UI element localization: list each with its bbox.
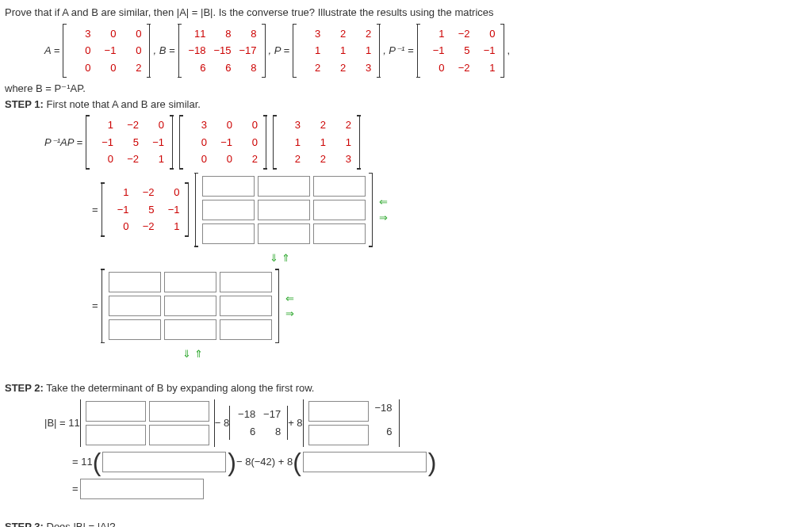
m2-r1c3[interactable] [220,272,272,292]
m1-r3c3[interactable] [313,223,366,244]
pap-row: P⁻¹AP = 1−20 −15−1 0−21 300 0−10 002 322… [5,115,807,170]
intermediate-2: = ⇐⇒ [5,269,807,343]
m2-r1c2[interactable] [164,272,216,292]
m1-r1c1[interactable] [202,176,255,197]
m1-r3c2[interactable] [258,223,310,244]
m2-r2c1[interactable] [109,296,161,316]
col-arrows-1[interactable]: ⇓ ⇑ [270,250,290,266]
det-line2: = 11() − 8(−42) + 8() [5,450,807,474]
det-result[interactable] [80,479,204,499]
d-paren2[interactable] [303,452,427,472]
m1-r1c3[interactable] [313,176,366,197]
d-paren1[interactable] [102,452,226,472]
step-1: STEP 1: First note that A and B are simi… [5,97,807,113]
m2-r2c2[interactable] [164,296,216,316]
where-text: where B = P⁻¹AP. [5,81,807,97]
m1-r2c2[interactable] [258,200,310,220]
d1c[interactable] [86,425,146,445]
d3c[interactable] [308,425,369,445]
row-arrows-2[interactable]: ⇐⇒ [285,291,294,322]
step-3: STEP 3: Does |B| = |A|? [5,519,807,527]
given-matrices: A = 300 0−10 002 , B = 1188 −18−15−17 66… [5,24,807,78]
det-line3: = [5,477,807,501]
m1-r1c2[interactable] [258,176,310,197]
m2-r1c1[interactable] [109,272,161,292]
d1a[interactable] [86,401,146,422]
step-2: STEP 2: Take the determinant of B by exp… [5,380,807,396]
d1d[interactable] [149,425,209,445]
intermediate-1: = 1−20 −15−1 0−21 ⇐⇒ [5,173,807,247]
det-expansion: |B| = 11 − 8 −18−17 68 + 8 −18 6 [5,399,807,447]
d3a[interactable] [308,401,369,422]
m1-r3c1[interactable] [202,223,255,244]
col-arrows-2[interactable]: ⇓ ⇑ [182,346,203,362]
m2-r3c3[interactable] [220,319,272,340]
d1b[interactable] [149,401,209,422]
m2-r2c3[interactable] [220,296,272,316]
m2-r3c1[interactable] [109,319,161,340]
row-arrows-1[interactable]: ⇐⇒ [379,194,388,225]
m2-r3c2[interactable] [164,319,216,340]
m1-r2c3[interactable] [313,200,366,220]
m1-r2c1[interactable] [202,200,255,220]
problem-statement: Prove that if A and B are similar, then … [5,5,807,21]
